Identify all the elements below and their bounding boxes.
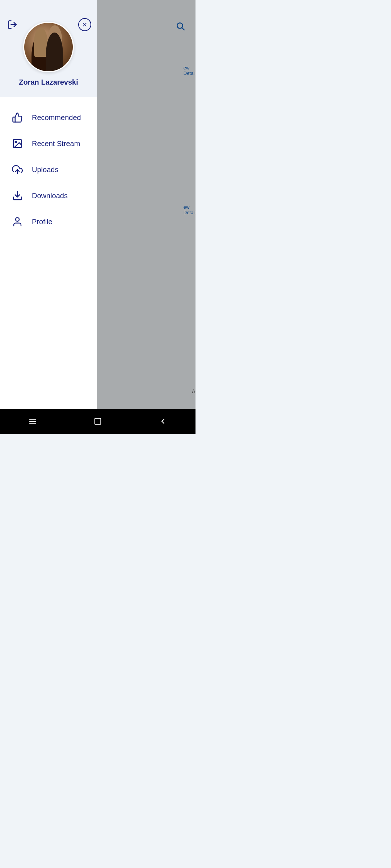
menu-item-recommended[interactable]: Recommended [0,105,97,131]
menu-item-profile[interactable]: Profile [0,209,97,235]
nav-home-button[interactable] [87,414,109,429]
svg-point-8 [15,141,17,143]
drawer-header: Zoran Lazarevski [0,0,97,97]
svg-point-11 [16,218,19,221]
recent-stream-icon [11,137,24,150]
logout-button[interactable] [6,18,19,31]
avatar-image [24,23,73,71]
svg-rect-15 [95,418,101,425]
nav-back-button[interactable] [152,414,174,429]
menu-item-downloads[interactable]: Downloads [0,183,97,209]
downloads-label: Downloads [32,192,68,200]
nav-recent-button[interactable] [22,414,43,429]
profile-icon [11,215,24,228]
recent-stream-label: Recent Stream [32,140,80,148]
user-name-label: Zoran Lazarevski [19,78,78,86]
drawer-menu: Recommended Recent Stream [0,97,97,414]
avatar [23,22,74,72]
downloads-icon [11,189,24,202]
menu-item-recent-stream[interactable]: Recent Stream [0,131,97,157]
menu-item-uploads[interactable]: Uploads [0,157,97,183]
uploads-label: Uploads [32,166,58,174]
recommended-label: Recommended [32,114,81,122]
close-drawer-button[interactable] [78,18,91,31]
navigation-drawer: Zoran Lazarevski Recommended Rec [0,0,97,434]
profile-label: Profile [32,218,52,226]
upload-icon [11,163,24,176]
thumbsup-icon [11,111,24,124]
navigation-bar [0,409,196,434]
